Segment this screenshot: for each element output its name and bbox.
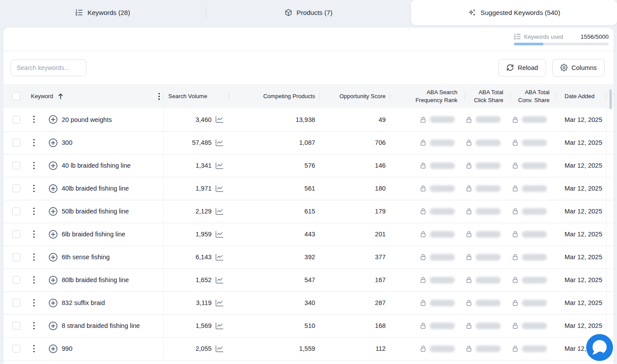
locked-aba-total-conv-share[interactable] bbox=[510, 231, 557, 238]
column-header-aba-search-frequency-rank[interactable]: ABA Search Frequency Rank bbox=[390, 84, 465, 108]
add-keyword-icon[interactable] bbox=[48, 230, 58, 239]
row-menu-icon[interactable] bbox=[32, 138, 36, 147]
row-menu-icon[interactable] bbox=[32, 206, 36, 216]
locked-aba-total-click-share[interactable] bbox=[465, 116, 510, 123]
locked-aba-total-conv-share[interactable] bbox=[510, 322, 557, 329]
row-checkbox[interactable] bbox=[12, 184, 20, 192]
column-options-icon[interactable] bbox=[158, 92, 160, 100]
column-header-date-added[interactable]: Date Added bbox=[557, 84, 606, 108]
trend-chart-icon[interactable] bbox=[215, 276, 224, 284]
row-menu-icon[interactable] bbox=[32, 229, 36, 239]
row-menu-icon[interactable] bbox=[32, 275, 36, 285]
locked-aba-total-click-share[interactable] bbox=[465, 231, 510, 238]
locked-aba-total-click-share[interactable] bbox=[465, 322, 510, 329]
locked-aba-search-frequency-rank[interactable] bbox=[390, 231, 465, 238]
row-checkbox[interactable] bbox=[12, 299, 20, 307]
row-checkbox[interactable] bbox=[12, 139, 20, 147]
locked-aba-search-frequency-rank[interactable] bbox=[390, 185, 465, 192]
add-keyword-icon[interactable] bbox=[48, 161, 58, 170]
add-keyword-icon[interactable] bbox=[48, 276, 58, 285]
locked-aba-total-click-share[interactable] bbox=[465, 254, 510, 261]
locked-aba-search-frequency-rank[interactable] bbox=[390, 322, 465, 329]
locked-aba-total-click-share[interactable] bbox=[465, 345, 510, 352]
blurred-value bbox=[522, 162, 547, 169]
locked-aba-total-conv-share[interactable] bbox=[510, 276, 557, 283]
row-menu-icon[interactable] bbox=[32, 298, 36, 308]
locked-aba-total-conv-share[interactable] bbox=[510, 345, 557, 352]
locked-aba-total-conv-share[interactable] bbox=[510, 254, 557, 261]
columns-button[interactable]: Columns bbox=[552, 59, 605, 77]
row-checkbox[interactable] bbox=[12, 207, 20, 215]
trend-chart-icon[interactable] bbox=[215, 345, 224, 353]
column-header-keyword[interactable]: Keyword bbox=[31, 93, 63, 99]
column-header-competing-products[interactable]: Competing Products bbox=[229, 84, 320, 108]
row-menu-icon[interactable] bbox=[32, 321, 36, 331]
locked-aba-total-conv-share[interactable] bbox=[510, 116, 557, 123]
row-menu-icon[interactable] bbox=[32, 114, 36, 124]
locked-aba-search-frequency-rank[interactable] bbox=[390, 139, 465, 146]
add-keyword-icon[interactable] bbox=[48, 321, 58, 331]
competing-products-value: 615 bbox=[229, 200, 320, 223]
locked-aba-total-click-share[interactable] bbox=[465, 185, 510, 192]
row-checkbox[interactable] bbox=[12, 116, 20, 124]
row-checkbox[interactable] bbox=[12, 253, 20, 261]
add-keyword-icon[interactable] bbox=[48, 184, 58, 193]
tab-suggested-keywords[interactable]: Suggested Keywords (540) bbox=[411, 0, 617, 25]
locked-aba-search-frequency-rank[interactable] bbox=[390, 254, 465, 261]
row-checkbox[interactable] bbox=[12, 345, 20, 353]
locked-aba-search-frequency-rank[interactable] bbox=[390, 276, 465, 283]
row-menu-icon[interactable] bbox=[32, 252, 36, 262]
locked-aba-search-frequency-rank[interactable] bbox=[390, 299, 465, 306]
row-checkbox[interactable] bbox=[12, 230, 20, 238]
search-input[interactable] bbox=[11, 59, 86, 76]
row-checkbox[interactable] bbox=[12, 276, 20, 284]
trend-chart-icon[interactable] bbox=[215, 299, 224, 307]
locked-aba-total-click-share[interactable] bbox=[465, 139, 510, 146]
locked-aba-total-conv-share[interactable] bbox=[510, 162, 557, 169]
trend-chart-icon[interactable] bbox=[215, 254, 224, 261]
trend-chart-icon[interactable] bbox=[215, 231, 224, 238]
vertical-scrollbar-thumb[interactable] bbox=[610, 89, 612, 109]
column-header-aba-total-conv-share[interactable]: ABA Total Conv. Share bbox=[510, 84, 557, 108]
locked-aba-total-click-share[interactable] bbox=[465, 162, 510, 169]
locked-aba-total-conv-share[interactable] bbox=[510, 208, 557, 215]
reload-button[interactable]: Reload bbox=[498, 59, 546, 77]
trend-chart-icon[interactable] bbox=[215, 116, 224, 123]
column-header-opportunity-score[interactable]: Opportunity Score bbox=[320, 84, 390, 108]
add-keyword-icon[interactable] bbox=[48, 253, 58, 262]
trend-chart-icon[interactable] bbox=[215, 139, 224, 147]
row-menu-icon[interactable] bbox=[32, 161, 36, 170]
tab-products[interactable]: Products (7) bbox=[206, 0, 412, 25]
add-keyword-icon[interactable] bbox=[48, 207, 58, 216]
add-keyword-icon[interactable] bbox=[48, 298, 58, 308]
trend-chart-icon[interactable] bbox=[215, 208, 224, 215]
row-checkbox[interactable] bbox=[12, 322, 20, 330]
column-header-aba-total-click-share[interactable]: ABA Total Click Share bbox=[465, 84, 510, 108]
add-keyword-icon[interactable] bbox=[48, 115, 58, 124]
locked-aba-search-frequency-rank[interactable] bbox=[390, 208, 465, 215]
locked-aba-total-click-share[interactable] bbox=[465, 299, 510, 306]
row-menu-icon[interactable] bbox=[32, 344, 36, 353]
locked-aba-total-conv-share[interactable] bbox=[510, 299, 557, 306]
chat-widget-button[interactable] bbox=[586, 334, 613, 361]
add-keyword-icon[interactable] bbox=[48, 138, 58, 147]
keyword-text: 990 bbox=[62, 345, 72, 352]
locked-aba-total-conv-share[interactable] bbox=[510, 139, 557, 146]
locked-aba-total-conv-share[interactable] bbox=[510, 185, 557, 192]
lock-icon bbox=[466, 139, 472, 146]
locked-aba-search-frequency-rank[interactable] bbox=[390, 345, 465, 352]
select-all-checkbox[interactable] bbox=[12, 92, 20, 100]
row-checkbox[interactable] bbox=[12, 162, 20, 169]
locked-aba-total-click-share[interactable] bbox=[465, 208, 510, 215]
opportunity-score-value: 112 bbox=[320, 337, 390, 360]
column-header-search-volume[interactable]: Search Volume bbox=[163, 84, 229, 108]
trend-chart-icon[interactable] bbox=[215, 162, 224, 169]
trend-chart-icon[interactable] bbox=[215, 322, 224, 330]
locked-aba-search-frequency-rank[interactable] bbox=[390, 116, 465, 123]
locked-aba-search-frequency-rank[interactable] bbox=[390, 162, 465, 169]
trend-chart-icon[interactable] bbox=[215, 185, 224, 192]
locked-aba-total-click-share[interactable] bbox=[465, 276, 510, 283]
row-menu-icon[interactable] bbox=[32, 184, 36, 193]
add-keyword-icon[interactable] bbox=[48, 344, 58, 353]
tab-keywords[interactable]: Keywords (28) bbox=[0, 0, 206, 25]
